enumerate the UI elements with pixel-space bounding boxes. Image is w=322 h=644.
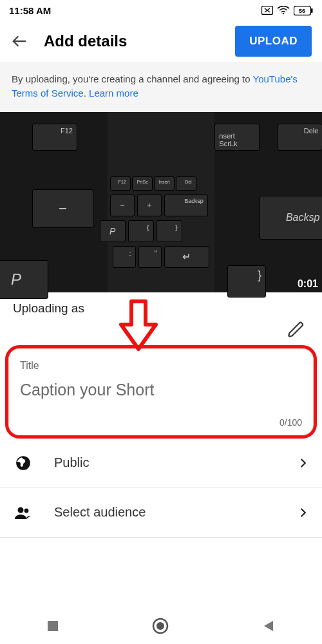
learn-more-link[interactable]: Learn more [89, 88, 138, 99]
status-bar: 11:58 AM 56 [0, 0, 322, 21]
globe-icon [14, 454, 32, 472]
svg-point-10 [156, 622, 164, 630]
uploading-as-label: Uploading as [0, 292, 322, 316]
status-time: 11:58 AM [9, 5, 51, 16]
system-nav-bar [0, 608, 322, 644]
kb-key: PrtSc [132, 176, 153, 191]
chevron-right-icon [299, 508, 308, 517]
title-input[interactable] [20, 372, 302, 417]
svg-point-7 [24, 508, 29, 513]
audience-row[interactable]: Select audience [0, 488, 322, 538]
annotation-arrow-icon [116, 299, 161, 353]
kb-key: { [128, 220, 154, 242]
kb-key: Backsp [164, 194, 208, 216]
kb-key: P [100, 220, 126, 242]
nav-back-icon[interactable] [261, 619, 276, 633]
kb-key: } [227, 265, 266, 298]
kb-key: − [32, 189, 93, 228]
kb-key: Backsp [260, 196, 322, 240]
notice-text: By uploading, you're creating a channel … [12, 73, 253, 84]
no-sim-icon [261, 6, 273, 15]
svg-rect-8 [48, 621, 58, 631]
title-char-counter: 0/100 [20, 417, 302, 428]
kb-key: Del [176, 176, 196, 191]
kb-key: − [110, 194, 135, 216]
chevron-right-icon [299, 459, 308, 468]
svg-rect-3 [311, 8, 313, 13]
edit-pencil-icon[interactable] [287, 321, 305, 339]
app-bar: Add details UPLOAD [0, 21, 322, 62]
visibility-row[interactable]: Public [0, 439, 322, 488]
title-field-card[interactable]: Title 0/100 [5, 345, 317, 439]
video-preview[interactable]: F12 − P F12 PrtSc Insert Del − + Backsp … [0, 112, 322, 292]
svg-text:56: 56 [299, 8, 305, 14]
svg-point-6 [18, 507, 24, 513]
video-duration: 0:01 [298, 278, 318, 290]
page-title: Add details [44, 32, 220, 50]
kb-key: ↵ [164, 246, 209, 268]
people-icon [14, 504, 32, 522]
status-icons: 56 [261, 6, 313, 15]
nav-recent-icon[interactable] [46, 620, 59, 632]
kb-key: nsertScrLk [214, 124, 260, 151]
kb-key: " [138, 246, 162, 268]
back-arrow-icon[interactable] [10, 32, 28, 50]
kb-key: F12 [32, 124, 77, 151]
kb-key: } [156, 220, 182, 242]
title-label: Title [20, 360, 302, 372]
kb-key: : [113, 246, 136, 268]
kb-key: Insert [154, 176, 175, 191]
kb-key: P [0, 260, 48, 299]
wifi-icon [277, 6, 290, 15]
kb-key: F12 [110, 176, 131, 191]
terms-notice: By uploading, you're creating a channel … [0, 62, 322, 112]
battery-icon: 56 [294, 6, 313, 15]
audience-label: Select audience [54, 505, 277, 520]
visibility-label: Public [54, 455, 277, 470]
kb-key: + [137, 194, 162, 216]
svg-point-1 [283, 13, 285, 15]
kb-key: Dele [278, 124, 322, 151]
nav-home-icon[interactable] [151, 617, 169, 635]
upload-button[interactable]: UPLOAD [235, 26, 312, 57]
